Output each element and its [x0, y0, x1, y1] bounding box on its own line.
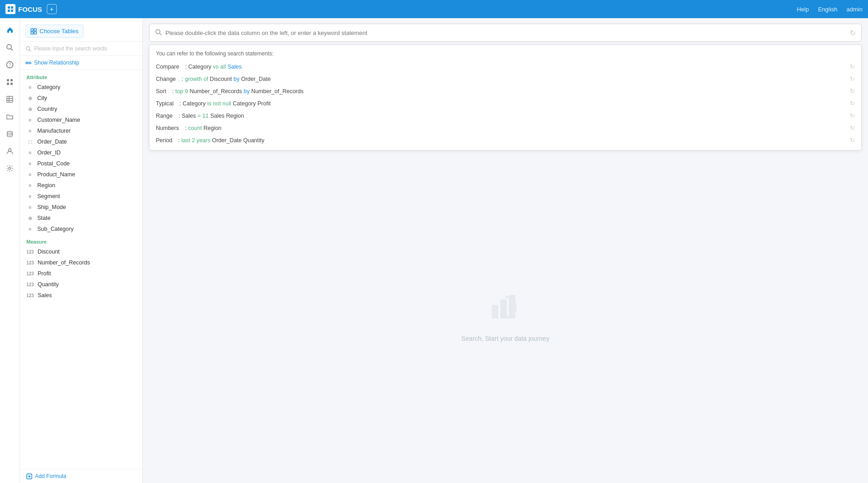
choose-tables-button[interactable]: Choose Tables	[25, 25, 84, 38]
svg-rect-8	[7, 79, 9, 81]
list-item[interactable]: 123Sales	[20, 290, 142, 301]
dim-icon: ≡	[26, 183, 34, 188]
suggestion-change[interactable]: Change : growth of Discount by Order_Dat…	[150, 73, 861, 85]
svg-point-4	[7, 45, 11, 49]
suggestion-refresh-icon[interactable]: ↻	[850, 88, 855, 95]
list-item[interactable]: 123Profit	[20, 268, 142, 279]
help-icon-btn[interactable]: ?	[3, 57, 17, 72]
add-tab-button[interactable]: +	[47, 4, 57, 14]
list-item[interactable]: ≡Order_ID	[20, 147, 142, 158]
top-navigation: FOCUS + Help English admin	[0, 0, 868, 18]
date-icon: □	[26, 139, 34, 144]
num-icon: 123	[26, 249, 34, 254]
empty-state-text: Search, Start your data journey	[461, 335, 549, 342]
list-item[interactable]: ⊕City	[20, 93, 142, 104]
folder-icon-btn[interactable]	[3, 109, 17, 124]
settings-icon-btn[interactable]	[3, 161, 17, 175]
svg-rect-0	[8, 6, 10, 9]
dim-icon: ≡	[26, 150, 34, 155]
svg-rect-10	[7, 83, 9, 85]
list-item[interactable]: ≡Product_Name	[20, 169, 142, 180]
help-link[interactable]: Help	[797, 6, 809, 13]
data-icon-btn[interactable]	[3, 126, 17, 141]
svg-line-32	[160, 33, 161, 35]
svg-rect-20	[34, 29, 36, 31]
list-item[interactable]: ≡Customer_Name	[20, 115, 142, 125]
search-icon-btn[interactable]	[3, 40, 17, 55]
svg-rect-19	[31, 29, 33, 31]
num-icon: 123	[26, 293, 34, 298]
suggestion-sort[interactable]: Sort : top 9 Number_of_Records by Number…	[150, 85, 861, 97]
list-item[interactable]: 123Number_of_Records	[20, 257, 142, 268]
list-item[interactable]: ≡Manufacturer	[20, 125, 142, 136]
svg-point-23	[26, 46, 30, 50]
list-item[interactable]: □Order_Date	[20, 136, 142, 147]
suggestion-refresh-icon[interactable]: ↻	[850, 63, 855, 70]
geo-icon: ⊕	[26, 106, 34, 112]
dim-icon: ≡	[26, 85, 34, 90]
measure-section-label: Measure	[20, 234, 142, 246]
home-icon-btn[interactable]	[3, 23, 17, 37]
suggestion-refresh-icon[interactable]: ↻	[850, 75, 855, 82]
svg-rect-33	[492, 305, 498, 319]
list-item[interactable]: ≡Segment	[20, 191, 142, 202]
dim-icon: ≡	[26, 204, 34, 210]
svg-text:?: ?	[9, 63, 11, 68]
report-icon-btn[interactable]	[3, 75, 17, 89]
table-icon-btn[interactable]	[3, 92, 17, 106]
list-item[interactable]: ≡Sub_Category	[20, 224, 142, 234]
svg-point-18	[9, 167, 11, 169]
data-list: Attribute ≡Category ⊕City ⊕Country ≡Cust…	[20, 70, 142, 469]
list-item[interactable]: 123Discount	[20, 246, 142, 257]
suggestion-refresh-icon[interactable]: ↻	[850, 112, 855, 119]
suggestion-refresh-icon[interactable]: ↻	[850, 100, 855, 107]
svg-point-16	[7, 131, 12, 133]
show-relationship-button[interactable]: Show Relationship	[20, 56, 142, 70]
dim-icon: ≡	[26, 172, 34, 177]
suggestion-compare[interactable]: Compare : Category vs all Sales ↻	[150, 60, 861, 73]
suggestion-text: Period : last 2 years Order_Date Quantit…	[156, 137, 264, 144]
dim-icon: ≡	[26, 117, 34, 123]
svg-line-24	[30, 50, 31, 51]
empty-state: Search, Start your data journey	[143, 150, 868, 483]
suggestion-refresh-icon[interactable]: ↻	[850, 124, 855, 131]
suggestion-range[interactable]: Range : Sales = 11 Sales Region ↻	[150, 110, 861, 122]
dim-icon: ≡	[26, 194, 34, 199]
list-item[interactable]: ≡Region	[20, 180, 142, 191]
topnav-left: FOCUS +	[5, 4, 57, 14]
num-icon: 123	[26, 282, 34, 287]
list-item[interactable]: ≡Category	[20, 82, 142, 93]
data-sidebar: Choose Tables Please input the search wo…	[20, 18, 143, 483]
suggestion-text: Change : growth of Discount by Order_Dat…	[156, 76, 271, 82]
search-input[interactable]	[165, 30, 846, 36]
attribute-section-label: Attribute	[20, 70, 142, 82]
suggestion-period[interactable]: Period : last 2 years Order_Date Quantit…	[150, 134, 861, 146]
add-formula-button[interactable]: Add Formula	[20, 469, 142, 483]
chart-icon	[489, 291, 521, 329]
geo-icon: ⊕	[26, 215, 34, 221]
svg-line-5	[11, 49, 13, 50]
svg-point-25	[26, 62, 28, 64]
suggestions-header: You can refer to the following search st…	[150, 49, 861, 60]
refresh-icon[interactable]: ↻	[850, 29, 856, 37]
svg-point-17	[9, 149, 11, 151]
list-item[interactable]: ⊕Country	[20, 104, 142, 115]
suggestion-typical[interactable]: Typical : Category is not null Category …	[150, 97, 861, 110]
suggestion-numbers[interactable]: Numbers : count Region ↻	[150, 122, 861, 134]
svg-point-31	[156, 30, 160, 34]
user-menu[interactable]: admin	[847, 6, 863, 13]
list-item[interactable]: ≡Ship_Mode	[20, 202, 142, 213]
svg-rect-3	[11, 10, 13, 12]
geo-icon: ⊕	[26, 95, 34, 101]
dim-icon: ≡	[26, 226, 34, 232]
list-item[interactable]: 123Quantity	[20, 279, 142, 290]
main-layout: ? Choose Tables Please i	[0, 18, 868, 483]
list-item[interactable]: ⊕State	[20, 213, 142, 224]
user-icon-btn[interactable]	[3, 144, 17, 158]
list-item[interactable]: ≡Postal_Code	[20, 158, 142, 169]
sidebar-search-field[interactable]: Please input the search words	[20, 42, 142, 56]
svg-rect-21	[31, 32, 33, 34]
suggestion-refresh-icon[interactable]: ↻	[850, 137, 855, 144]
svg-point-26	[29, 62, 31, 64]
language-selector[interactable]: English	[818, 6, 838, 13]
